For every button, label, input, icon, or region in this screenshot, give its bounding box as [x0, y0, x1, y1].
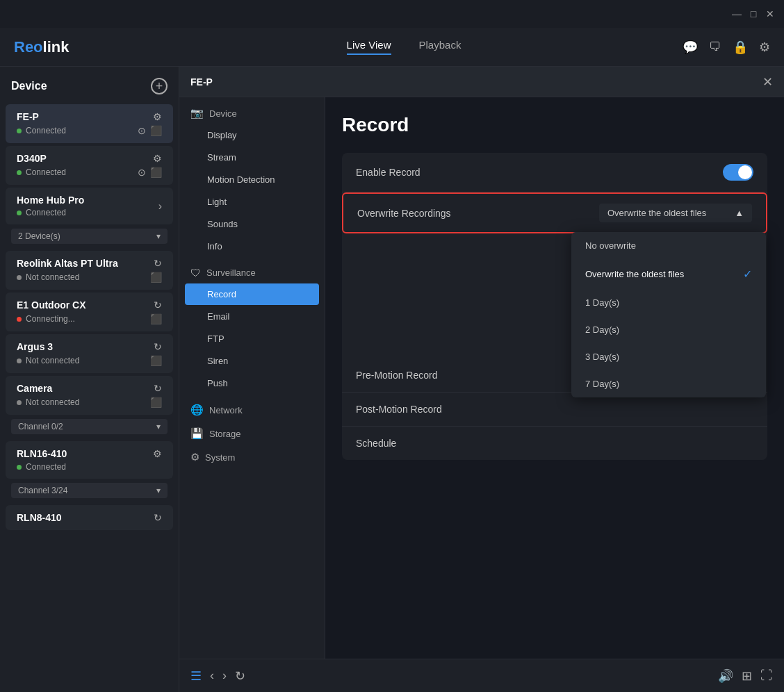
nav-item-display[interactable]: Display: [185, 124, 319, 146]
nav-item-push[interactable]: Push: [185, 372, 319, 394]
record-icon-atlas[interactable]: ⬛: [150, 272, 162, 283]
device-gear-fep[interactable]: ⚙: [153, 111, 162, 122]
pre-motion-record-label: Pre-Motion Record: [356, 370, 438, 381]
nav-item-info[interactable]: Info: [185, 236, 319, 257]
nav-item-stream[interactable]: Stream: [185, 147, 319, 168]
nav-section-storage-label: Storage: [209, 429, 241, 439]
minimize-button[interactable]: —: [731, 8, 742, 19]
toggle-icon-d340p[interactable]: ⊙: [138, 167, 146, 178]
nav-section-device: 📷 Device: [179, 103, 325, 124]
hub-device-selector[interactable]: 2 Device(s) ▾: [11, 229, 168, 244]
nav-section-storage[interactable]: 💾 Storage: [179, 423, 325, 444]
refresh-icon[interactable]: ↻: [235, 668, 245, 684]
system-section-icon: ⚙: [190, 451, 199, 463]
record-icon-fep[interactable]: ⬛: [150, 125, 162, 136]
next-icon[interactable]: ›: [222, 668, 227, 683]
prev-icon[interactable]: ‹: [210, 668, 214, 683]
record-icon-camera[interactable]: ⬛: [150, 397, 162, 408]
tab-playback[interactable]: Playback: [419, 39, 462, 55]
check-mark-icon: ✓: [743, 267, 752, 281]
lock-icon[interactable]: 🔒: [733, 40, 748, 55]
option-label-7day: 7 Day(s): [585, 379, 619, 389]
status-dot-atlas: [17, 275, 22, 280]
dropdown-option-7day[interactable]: 7 Day(s): [571, 370, 766, 397]
device-gear-rln16[interactable]: ⚙: [153, 448, 162, 459]
left-nav: 📷 Device Display Stream Motion Detection…: [179, 97, 325, 659]
bottom-left-controls: ☰ ‹ › ↻: [190, 668, 245, 684]
option-label-3day: 3 Day(s): [585, 352, 619, 362]
device-item-d340p[interactable]: D340P ⚙ Connected ⊙ ⬛: [6, 146, 173, 185]
sidebar: Device + FE-P ⚙ Connected ⊙ ⬛ D340P ⚙: [0, 67, 179, 692]
title-bar: — □ ✕: [0, 0, 784, 28]
option-label-2day: 2 Day(s): [585, 324, 619, 335]
record-icon-d340p[interactable]: ⬛: [150, 167, 162, 178]
device-name-atlas: Reolink Altas PT Ultra: [17, 258, 118, 269]
rln16-channel-selector[interactable]: Channel 3/24 ▾: [11, 483, 168, 498]
device-section-icon: 📷: [190, 107, 204, 120]
device-item-argus3[interactable]: Argus 3 ↻ Not connected ⬛: [6, 334, 173, 373]
nav-item-record[interactable]: Record: [185, 283, 319, 305]
record-icon-argus3[interactable]: ⬛: [150, 355, 162, 366]
close-button[interactable]: ✕: [765, 8, 776, 19]
content-area: FE-P ✕ 📷 Device Display Stream Motion De…: [179, 67, 784, 692]
add-device-button[interactable]: +: [151, 78, 168, 94]
device-item-e1[interactable]: E1 Outdoor CX ↻ Connecting... ⬛: [6, 293, 173, 331]
nav-section-device-label: Device: [209, 108, 237, 119]
nav-section-network[interactable]: 🌐 Network: [179, 399, 325, 420]
nav-section-system-label: System: [205, 452, 235, 463]
dropdown-option-1day[interactable]: 1 Day(s): [571, 289, 766, 316]
nav-item-sounds[interactable]: Sounds: [185, 213, 319, 235]
nav-item-ftp[interactable]: FTP: [185, 328, 319, 349]
settings-card: Enable Record Overwrite Recordings Overw…: [342, 153, 767, 460]
enable-record-row: Enable Record: [342, 153, 767, 192]
dropdown-option-overwrite-oldest[interactable]: Overwrite the oldest files ✓: [571, 259, 766, 289]
volume-icon[interactable]: 🔊: [718, 668, 733, 684]
toggle-icon-fep[interactable]: ⊙: [138, 125, 146, 136]
schedule-row: Schedule: [342, 427, 767, 460]
overwrite-dropdown-chevron-icon: ▲: [735, 208, 744, 218]
list-icon[interactable]: ☰: [190, 668, 202, 684]
device-name-argus3: Argus 3: [17, 341, 53, 352]
status-dot-argus3: [17, 359, 22, 363]
device-item-fep[interactable]: FE-P ⚙ Connected ⊙ ⬛: [6, 104, 173, 143]
dropdown-option-no-overwrite[interactable]: No overwrite: [571, 232, 766, 259]
device-name-rln8: RLN8-410: [17, 512, 62, 523]
dropdown-option-3day[interactable]: 3 Day(s): [571, 343, 766, 370]
overwrite-dropdown-menu: No overwrite Overwrite the oldest files …: [571, 232, 766, 397]
nav-section-system[interactable]: ⚙ System: [179, 447, 325, 468]
option-label-1day: 1 Day(s): [585, 297, 619, 308]
device-item-camera[interactable]: Camera ↻ Not connected ⬛: [6, 376, 173, 415]
status-text-argus3: Not connected: [26, 356, 79, 365]
fullscreen-icon[interactable]: ⛶: [760, 668, 773, 683]
layout-icon[interactable]: ⊞: [742, 668, 752, 684]
camera-channel-selector[interactable]: Channel 0/2 ▾: [11, 419, 168, 434]
nav-item-email[interactable]: Email: [185, 306, 319, 327]
device-name-e1: E1 Outdoor CX: [17, 299, 86, 311]
device-item-atlas[interactable]: Reolink Altas PT Ultra ↻ Not connected ⬛: [6, 251, 173, 290]
tab-live-view[interactable]: Live View: [347, 39, 391, 55]
device-item-home-hub[interactable]: Home Hub Pro Connected ›: [6, 188, 173, 224]
panel-close-button[interactable]: ✕: [762, 74, 773, 90]
device-gear-d340p[interactable]: ⚙: [153, 153, 162, 164]
overwrite-dropdown-value: Overwrite the oldest files: [607, 208, 706, 218]
maximize-button[interactable]: □: [748, 8, 759, 19]
device-item-rln16[interactable]: RLN16-410 ⚙ Connected: [6, 441, 173, 479]
nav-item-motion-detection[interactable]: Motion Detection: [185, 169, 319, 190]
header-actions: 💬 🗨 🔒 ⚙: [683, 40, 770, 55]
device-item-rln8[interactable]: RLN8-410 ↻: [6, 505, 173, 530]
overwrite-dropdown-control[interactable]: Overwrite the oldest files ▲: [599, 204, 752, 222]
enable-record-toggle[interactable]: [723, 164, 753, 181]
settings-icon[interactable]: ⚙: [759, 40, 770, 55]
app-logo: Reolink: [14, 38, 125, 56]
option-label-no-overwrite: No overwrite: [585, 240, 636, 251]
camera-chevron-down-icon: ▾: [156, 422, 161, 431]
nav-item-light[interactable]: Light: [185, 191, 319, 213]
chat-icon[interactable]: 💬: [683, 40, 698, 55]
nav-item-siren[interactable]: Siren: [185, 350, 319, 372]
bottom-right-controls: 🔊 ⊞ ⛶: [718, 668, 773, 684]
status-text-fep: Connected: [26, 126, 66, 135]
dropdown-option-2day[interactable]: 2 Day(s): [571, 316, 766, 343]
message-icon[interactable]: 🗨: [709, 40, 721, 54]
record-icon-e1[interactable]: ⬛: [150, 313, 162, 324]
status-dot-home-hub: [17, 211, 22, 215]
